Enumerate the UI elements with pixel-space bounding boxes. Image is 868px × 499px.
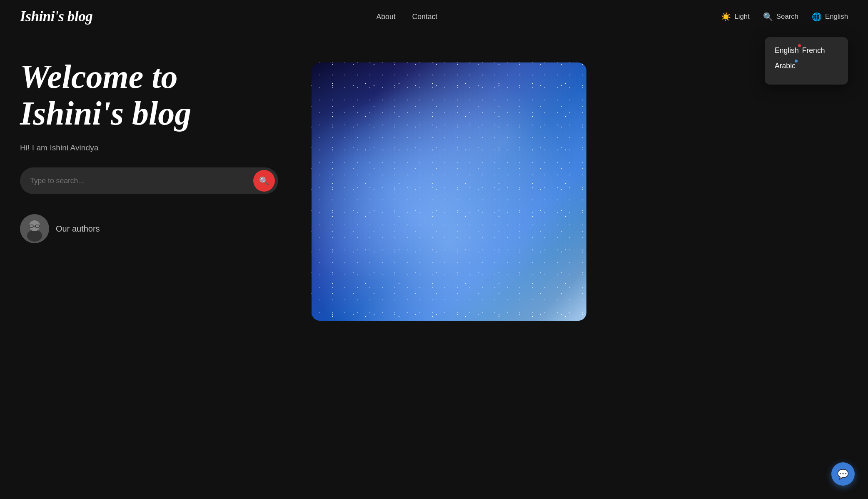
chat-icon: 💬 <box>837 469 849 480</box>
hero-subtitle: Hi! I am Ishini Avindya <box>20 143 287 152</box>
globe-icon: 🌐 <box>812 12 822 22</box>
authors-row: Our authors <box>20 214 287 243</box>
nav-links: About Contact <box>377 12 438 21</box>
language-dropdown-row-2: Arabic <box>775 61 838 71</box>
search-input[interactable] <box>30 177 253 185</box>
hero-section: Welcome to Ishini's blog Hi! I am Ishini… <box>0 33 868 337</box>
hero-left: Welcome to Ishini's blog Hi! I am Ishini… <box>20 58 312 243</box>
search-icon: 🔍 <box>763 12 773 22</box>
language-dropdown: English French Arabic <box>765 37 848 85</box>
nav-link-about[interactable]: About <box>377 12 396 21</box>
search-bar: 🔍 <box>20 167 278 194</box>
lang-dot-english <box>798 44 801 47</box>
lang-option-french[interactable]: French <box>802 45 825 56</box>
hero-image-container <box>312 62 586 321</box>
nebula-background <box>312 62 586 321</box>
language-dropdown-row-1: English French <box>775 45 838 56</box>
nav-search-button[interactable]: 🔍 Search <box>763 12 798 22</box>
search-submit-icon: 🔍 <box>259 176 269 186</box>
chat-button[interactable]: 💬 <box>831 462 855 486</box>
nebula-glow <box>312 62 586 321</box>
svg-point-1 <box>27 230 42 242</box>
lang-option-english[interactable]: English <box>775 45 799 56</box>
search-submit-button[interactable]: 🔍 <box>253 170 275 192</box>
language-selector[interactable]: 🌐 English English French Arabic <box>812 12 848 22</box>
theme-toggle[interactable]: ☀️ Light <box>721 12 749 22</box>
site-logo[interactable]: Ishini's blog <box>20 8 92 25</box>
author-avatar-image <box>20 214 49 243</box>
svg-point-2 <box>29 220 40 231</box>
lang-dot-arabic <box>795 60 798 62</box>
lang-option-arabic[interactable]: Arabic <box>775 61 796 71</box>
hero-title: Welcome to Ishini's blog <box>20 58 287 132</box>
sun-icon: ☀️ <box>721 12 731 22</box>
hero-image <box>312 62 586 321</box>
author-avatar <box>20 214 49 243</box>
authors-label: Our authors <box>56 224 100 234</box>
navbar: Ishini's blog About Contact ☀️ Light 🔍 S… <box>0 0 868 33</box>
nav-link-contact[interactable]: Contact <box>412 12 438 21</box>
nav-right: ☀️ Light 🔍 Search 🌐 English English Fren… <box>721 12 848 22</box>
